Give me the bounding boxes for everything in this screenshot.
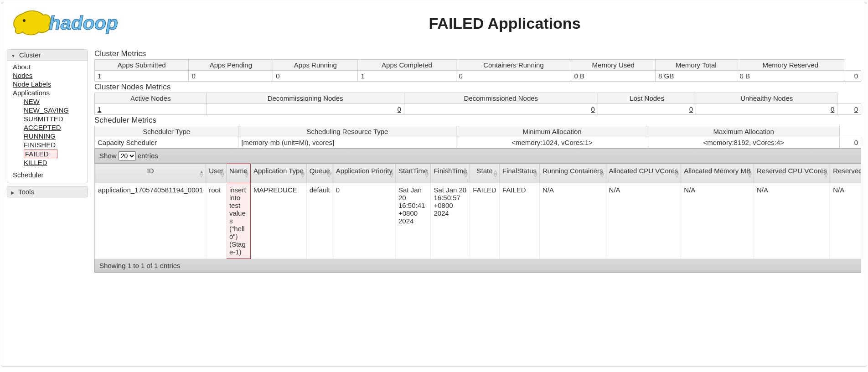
show-entries-bar: Show 20 entries xyxy=(94,148,861,164)
cn-h-3: Lost Nodes xyxy=(598,93,696,104)
sidebar-item-killed[interactable]: KILLED xyxy=(24,158,83,167)
tools-panel: ▶ Tools xyxy=(7,186,88,197)
sidebar-item-about[interactable]: About xyxy=(13,62,83,71)
sort-icon: △▽ xyxy=(675,170,679,177)
cell-amem: N/A xyxy=(681,183,754,259)
cluster-metrics-title: Cluster Metrics xyxy=(94,49,861,58)
cell-start: Sat Jan 20 16:50:41 +0800 2024 xyxy=(396,183,431,259)
cm-v-2: 0 xyxy=(273,71,358,82)
cluster-metrics-table: Apps Submitted Apps Pending Apps Running… xyxy=(94,59,861,82)
cell-state: FAILED xyxy=(470,183,500,259)
sm-v-0: Capacity Scheduler xyxy=(95,137,238,148)
cell-final: FAILED xyxy=(499,183,539,259)
cm-h-0: Apps Submitted xyxy=(95,60,189,71)
col-start[interactable]: StartTime△▽ xyxy=(396,164,431,183)
sidebar-item-submitted[interactable]: SUBMITTED xyxy=(24,114,83,123)
cell-acpu: N/A xyxy=(606,183,681,259)
cm-v-5: 0 B xyxy=(571,71,656,82)
cell-rc: N/A xyxy=(539,183,606,259)
sidebar-item-running[interactable]: RUNNING xyxy=(24,132,83,140)
cell-finish: Sat Jan 20 16:50:57 +0800 2024 xyxy=(431,183,470,259)
page-title: FAILED Applications xyxy=(148,15,861,32)
col-type[interactable]: Application Type△▽ xyxy=(250,164,306,183)
cn-v-2[interactable]: 0 xyxy=(404,104,598,115)
col-acpu[interactable]: Allocated CPU VCores△▽ xyxy=(606,164,681,183)
cell-name: insert into test values ("hello")(Stage-… xyxy=(226,183,250,259)
cell-priority: 0 xyxy=(333,183,395,259)
sm-v-1: [memory-mb (unit=Mi), vcores] xyxy=(238,137,456,148)
sidebar-item-new[interactable]: NEW xyxy=(24,97,83,106)
col-queue[interactable]: Queue△▽ xyxy=(306,164,333,183)
sidebar-item-nodes[interactable]: Nodes xyxy=(13,71,83,80)
sort-icon: △▽ xyxy=(534,170,537,177)
table-status: Showing 1 to 1 of 1 entries xyxy=(94,259,861,273)
col-finish[interactable]: FinishTime△▽ xyxy=(431,164,470,183)
sidebar-item-new-saving[interactable]: NEW_SAVING xyxy=(24,106,83,114)
sort-icon: △▽ xyxy=(600,170,604,177)
table-row: application_1705740581194_0001 root inse… xyxy=(95,183,862,259)
cn-h-2: Decommissioned Nodes xyxy=(404,93,598,104)
sm-v-2: <memory:1024, vCores:1> xyxy=(456,137,648,148)
col-state[interactable]: State△▽ xyxy=(470,164,500,183)
cell-rcpu: N/A xyxy=(754,183,830,259)
col-priority[interactable]: Application Priority△▽ xyxy=(333,164,395,183)
caret-down-icon: ▼ xyxy=(11,53,16,58)
show-suffix: entries xyxy=(138,152,158,160)
sm-h-3: Maximum Allocation xyxy=(648,126,839,137)
col-name[interactable]: Name△▽ xyxy=(226,164,250,183)
cn-v-1[interactable]: 0 xyxy=(207,104,404,115)
cm-h-3: Apps Completed xyxy=(358,60,456,71)
cm-v-7: 0 B xyxy=(737,71,844,82)
cm-h-6: Memory Total xyxy=(656,60,737,71)
cell-type: MAPREDUCE xyxy=(250,183,306,259)
cell-user: root xyxy=(206,183,227,259)
cell-queue: default xyxy=(306,183,333,259)
tools-panel-header[interactable]: ▶ Tools xyxy=(7,186,88,197)
cn-h-0: Active Nodes xyxy=(95,93,207,104)
col-final[interactable]: FinalStatus△▽ xyxy=(499,164,539,183)
svg-point-0 xyxy=(23,19,26,22)
cell-rmem: N/A xyxy=(830,183,861,259)
cn-h-4: Unhealthy Nodes xyxy=(696,93,837,104)
cell-id[interactable]: application_1705740581194_0001 xyxy=(95,183,206,259)
entries-select[interactable]: 20 xyxy=(119,151,136,160)
show-prefix: Show xyxy=(99,152,119,160)
col-rmem[interactable]: Reserved Memory MB△▽ xyxy=(830,164,861,183)
col-user[interactable]: User△▽ xyxy=(206,164,227,183)
sidebar-item-finished[interactable]: FINISHED xyxy=(24,140,83,149)
cm-v-1: 0 xyxy=(189,71,273,82)
cluster-label: Cluster xyxy=(19,51,41,59)
sidebar-item-accepted[interactable]: ACCEPTED xyxy=(24,123,83,132)
sm-v-4: 0 xyxy=(839,137,861,148)
sort-icon: △▽ xyxy=(464,170,468,177)
cm-h-4: Containers Running xyxy=(456,60,571,71)
caret-right-icon: ▶ xyxy=(11,190,15,195)
col-id[interactable]: ID▲▽ xyxy=(95,164,206,183)
sidebar-item-node-labels[interactable]: Node Labels xyxy=(13,80,83,88)
sidebar-item-scheduler[interactable]: Scheduler xyxy=(13,170,83,179)
scheduler-metrics-table: Scheduler Type Scheduling Resource Type … xyxy=(94,126,861,148)
col-rc[interactable]: Running Containers△▽ xyxy=(539,164,606,183)
cn-v-4[interactable]: 0 xyxy=(696,104,837,115)
tools-label: Tools xyxy=(18,188,34,196)
sort-icon: △▽ xyxy=(221,170,224,177)
col-rcpu[interactable]: Reserved CPU VCores△▽ xyxy=(754,164,830,183)
cm-v-4: 0 xyxy=(456,71,571,82)
cn-v-5[interactable]: 0 xyxy=(837,104,861,115)
scheduler-metrics-title: Scheduler Metrics xyxy=(94,116,861,125)
cluster-panel: ▼ Cluster About Nodes Node Labels Applic… xyxy=(7,49,88,183)
col-amem[interactable]: Allocated Memory MB△▽ xyxy=(681,164,754,183)
sidebar-item-applications[interactable]: Applications xyxy=(13,88,83,97)
sort-icon: △▽ xyxy=(425,170,429,177)
cluster-panel-header[interactable]: ▼ Cluster xyxy=(7,50,88,61)
hadoop-logo: hadoop xyxy=(7,7,148,40)
sort-icon: △▽ xyxy=(327,170,331,177)
cn-v-3[interactable]: 0 xyxy=(598,104,696,115)
cn-v-0[interactable]: 1 xyxy=(95,104,207,115)
sm-h-1: Scheduling Resource Type xyxy=(238,126,456,137)
cm-v-0: 1 xyxy=(95,71,189,82)
sidebar-item-failed[interactable]: FAILED xyxy=(25,150,49,158)
cm-v-3: 1 xyxy=(358,71,456,82)
sort-icon: △▽ xyxy=(824,170,828,177)
cm-h-7: Memory Reserved xyxy=(737,60,844,71)
